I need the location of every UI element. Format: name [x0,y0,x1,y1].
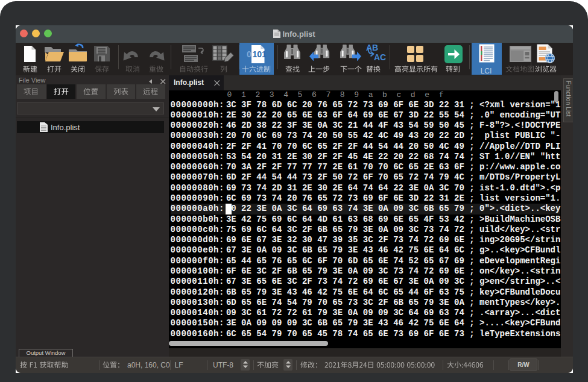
svg-text:101: 101 [253,49,267,59]
svg-text:0: 0 [247,49,251,59]
